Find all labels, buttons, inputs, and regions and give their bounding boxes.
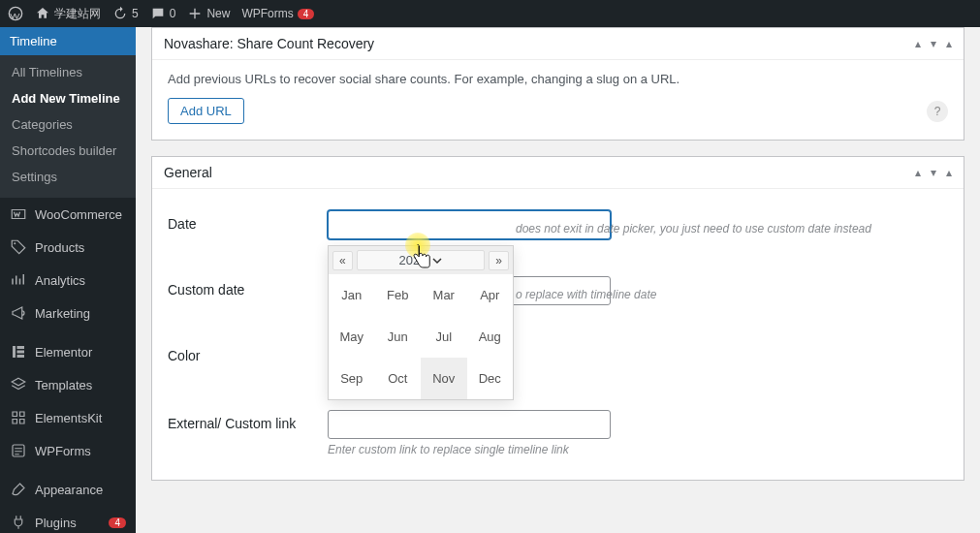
plus-icon: [187, 6, 203, 21]
bars-icon: [10, 271, 27, 289]
add-url-button[interactable]: Add URL: [168, 98, 244, 124]
dp-month-oct[interactable]: Oct: [375, 358, 422, 399]
field-link: External/ Custom link Enter custom link …: [168, 400, 948, 464]
color-label: Color: [168, 342, 328, 363]
sidebar-item-analytics[interactable]: Analytics: [0, 264, 136, 297]
site-link[interactable]: 学建站网: [35, 6, 101, 22]
plug-icon: [10, 514, 27, 531]
sidebar-sub-item[interactable]: Settings: [0, 164, 136, 190]
sidebar-item-appearance[interactable]: Appearance: [0, 473, 136, 506]
dp-month-apr[interactable]: Apr: [467, 274, 514, 316]
sidebar-item-elementor[interactable]: Elementor: [0, 335, 136, 368]
dp-month-nov[interactable]: Nov: [421, 358, 467, 399]
wp-logo[interactable]: [8, 6, 23, 21]
sidebar-submenu: All TimelinesAdd New TimelineCategoriesS…: [0, 55, 136, 198]
svg-rect-4: [17, 351, 25, 354]
custom-date-hint: o replace with timeline date: [516, 288, 656, 301]
bullhorn-icon: [10, 304, 27, 322]
site-name: 学建站网: [54, 6, 101, 22]
refresh-count: 5: [132, 7, 139, 20]
main-content: Novashare: Share Count Recovery ▴ ▾ ▴ Ad…: [136, 27, 980, 533]
layers-icon: [10, 376, 27, 393]
new-link[interactable]: New: [187, 6, 230, 21]
svg-rect-3: [17, 346, 25, 349]
field-color: Color: [168, 332, 948, 400]
dp-month-aug[interactable]: Aug: [467, 316, 514, 358]
help-icon[interactable]: ?: [927, 101, 948, 122]
wpforms-badge: 4: [298, 9, 315, 19]
ekit-icon: [10, 409, 27, 426]
sidebar-item-plugins[interactable]: Plugins4: [0, 506, 136, 533]
panel-recovery-header: Novashare: Share Count Recovery ▴ ▾ ▴: [152, 28, 964, 60]
sidebar-item-label: Products: [35, 240, 84, 255]
comments-link[interactable]: 0: [150, 6, 176, 21]
sidebar-item-label: Appearance: [35, 483, 103, 497]
sidebar-item-label: Templates: [35, 378, 92, 392]
admin-sidebar: Timeline All TimelinesAdd New TimelineCa…: [0, 27, 136, 533]
dp-prev-button[interactable]: «: [332, 251, 353, 270]
dp-month-grid: JanFebMarAprMayJunJulAugSepOctNovDec: [329, 274, 513, 399]
panel-collapse-icon[interactable]: ▴: [946, 37, 952, 50]
recovery-desc: Add previous URLs to recover social shar…: [168, 72, 948, 86]
panel-up-icon[interactable]: ▴: [915, 166, 921, 179]
sidebar-item-wpforms[interactable]: WPForms: [0, 434, 136, 467]
home-icon: [35, 6, 50, 21]
sidebar-item-label: Analytics: [35, 273, 85, 288]
panel-up-icon[interactable]: ▴: [915, 37, 921, 50]
sidebar-item-templates[interactable]: Templates: [0, 368, 136, 401]
sidebar-sub-item[interactable]: Shortcodes builder: [0, 138, 136, 164]
comment-icon: [150, 6, 166, 21]
svg-point-0: [9, 7, 21, 19]
dp-month-jan[interactable]: Jan: [329, 274, 375, 316]
link-input[interactable]: [328, 410, 611, 439]
elementor-icon: [10, 343, 27, 361]
panel-down-icon[interactable]: ▾: [931, 166, 936, 179]
panel-general-title: General: [164, 165, 212, 180]
new-label: New: [206, 7, 230, 20]
sidebar-item-woocommerce[interactable]: WooCommerce: [0, 198, 136, 231]
sidebar-sub-item[interactable]: All Timelines: [0, 59, 136, 85]
date-hint: does not exit in date picker, you just n…: [516, 222, 871, 235]
dp-month-jul[interactable]: Jul: [421, 316, 467, 358]
admin-bar: 学建站网 5 0 New WPForms 4: [0, 0, 980, 27]
dp-month-sep[interactable]: Sep: [329, 358, 375, 399]
link-label: External/ Custom link: [168, 410, 328, 431]
sidebar-item-label: Plugins: [35, 516, 77, 530]
dp-month-dec[interactable]: Dec: [467, 358, 514, 399]
datepicker: « 2023 » JanFebMarAprMayJunJulAugSepOctN…: [328, 245, 514, 400]
svg-point-1: [14, 242, 16, 244]
dp-month-mar[interactable]: Mar: [421, 274, 467, 316]
refresh-icon: [112, 6, 128, 21]
wpforms-link[interactable]: WPForms 4: [241, 7, 314, 20]
panel-general: General ▴ ▾ ▴ Date does not exit in date…: [151, 156, 964, 481]
panel-recovery-title: Novashare: Share Count Recovery: [164, 36, 374, 51]
date-label: Date: [168, 210, 328, 232]
sidebar-sub-item[interactable]: Categories: [0, 111, 136, 138]
dp-month-jun[interactable]: Jun: [375, 316, 422, 358]
sidebar-item-label: WPForms: [35, 444, 91, 458]
panel-recovery: Novashare: Share Count Recovery ▴ ▾ ▴ Ad…: [151, 27, 964, 141]
sidebar-item-label: Marketing: [35, 306, 90, 321]
sidebar-item-elementskit[interactable]: ElementsKit: [0, 401, 136, 434]
sidebar-sub-item[interactable]: Add New Timeline: [0, 85, 136, 111]
dp-month-feb[interactable]: Feb: [375, 274, 422, 316]
svg-rect-2: [13, 346, 16, 358]
field-custom-date: Custom date o replace with timeline date: [168, 266, 948, 332]
wpforms-label: WPForms: [241, 7, 293, 20]
refresh-link[interactable]: 5: [112, 6, 139, 21]
link-hint: Enter custom link to replace single time…: [328, 443, 948, 456]
sidebar-item-label: ElementsKit: [35, 411, 102, 425]
chevron-down-icon: [432, 256, 442, 266]
dp-month-may[interactable]: May: [329, 316, 375, 358]
panel-down-icon[interactable]: ▾: [931, 37, 936, 50]
dp-year-select[interactable]: 2023: [357, 250, 486, 270]
panel-collapse-icon[interactable]: ▴: [946, 166, 952, 179]
sidebar-badge: 4: [109, 517, 126, 528]
sidebar-current-label: Timeline: [10, 34, 57, 48]
dp-next-button[interactable]: »: [489, 251, 509, 270]
dp-year-label: 2023: [399, 253, 427, 267]
woo-icon: [10, 205, 27, 223]
sidebar-item-products[interactable]: Products: [0, 231, 136, 264]
sidebar-current[interactable]: Timeline: [0, 27, 136, 55]
sidebar-item-marketing[interactable]: Marketing: [0, 297, 136, 329]
